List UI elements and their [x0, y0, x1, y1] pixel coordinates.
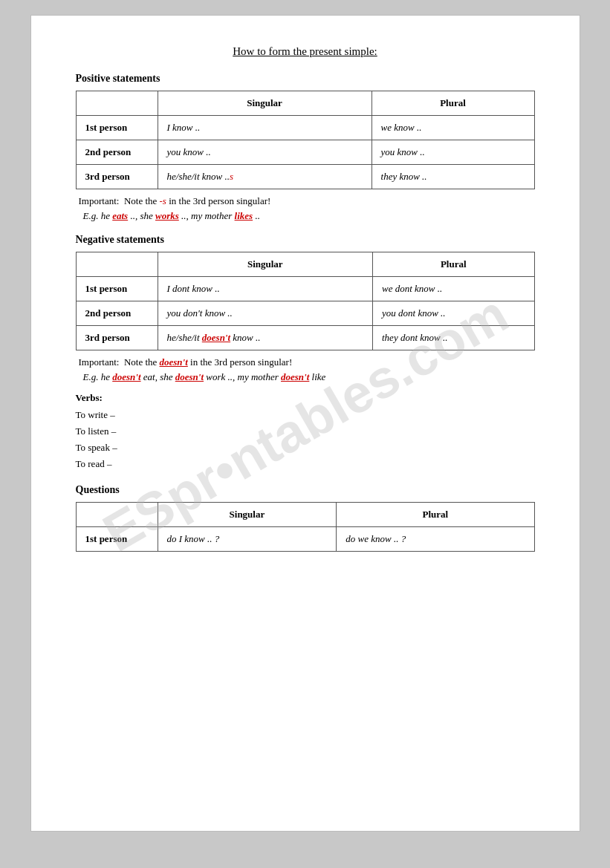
negative-section-title: Negative statements [76, 234, 535, 246]
doesnt-red: doesn't [202, 332, 230, 343]
positive-section-title: Positive statements [76, 73, 535, 85]
verb-item: To speak – [76, 440, 535, 456]
neg-sing-3: he/she/it doesn't know .. [158, 326, 373, 350]
verb-item: To write – [76, 407, 535, 423]
doesnt-note-red: doesn't [160, 356, 188, 368]
q-plur-1: do we know .. ? [337, 527, 534, 552]
pos-col-header-2: Plural [371, 91, 534, 116]
pos-sing-3: he/she/it know ..s [158, 165, 371, 189]
table-row: 2nd person you know .. you know .. [76, 140, 534, 165]
note-s: -s [160, 195, 166, 206]
q-sing-1: do I know .. ? [158, 527, 337, 552]
verbs-title: Verbs: [76, 392, 535, 404]
table-row: 2nd person you don't know .. you dont kn… [76, 301, 534, 326]
pos-person-2: 2nd person [76, 140, 158, 165]
verbs-list: To write – To listen – To speak – To rea… [76, 407, 535, 472]
table-row: 3rd person he/she/it know ..s they know … [76, 165, 534, 189]
table-row: 1st person do I know .. ? do we know .. … [76, 527, 534, 552]
q-col-header-2: Plural [337, 503, 534, 527]
pos-col-header-0 [76, 91, 158, 116]
neg-sing-2: you don't know .. [158, 301, 373, 326]
q-col-header-0 [76, 503, 158, 527]
pos-plur-2: you know .. [371, 140, 534, 165]
neg-person-1: 1st person [76, 277, 158, 301]
neg-col-header-1: Singular [158, 252, 373, 277]
q-col-header-1: Singular [158, 503, 337, 527]
doesnt-work-red: doesn't [175, 371, 204, 382]
doesnt-like-red: doesn't [281, 371, 309, 382]
neg-col-header-2: Plural [373, 252, 535, 277]
page: ESpr•ntables.com How to form the present… [30, 15, 580, 832]
works-red: works [155, 210, 179, 221]
pos-person-1: 1st person [76, 116, 158, 140]
table-row: 1st person I know .. we know .. [76, 116, 534, 140]
pos-sing-1: I know .. [158, 116, 371, 140]
positive-note: Important: Note the -s in the 3rd person… [79, 195, 535, 207]
negative-example: E.g. he doesn't eat, she doesn't work ..… [83, 371, 535, 383]
likes-red: likes [235, 210, 253, 221]
pos-sing-2: you know .. [158, 140, 371, 165]
pos-person-3: 3rd person [76, 165, 158, 189]
questions-section-title: Questions [76, 484, 535, 496]
negative-note: Important: Note the doesn't in the 3rd p… [79, 356, 535, 368]
table-row: 1st person I dont know .. we dont know .… [76, 277, 534, 301]
positive-table: Singular Plural 1st person I know .. we … [76, 91, 535, 189]
questions-table: Singular Plural 1st person do I know .. … [76, 502, 535, 552]
neg-person-2: 2nd person [76, 301, 158, 326]
verb-item: To listen – [76, 423, 535, 440]
neg-person-3: 3rd person [76, 326, 158, 350]
page-title: How to form the present simple: [76, 45, 535, 58]
eats-red: eats [112, 210, 128, 221]
q-person-1: 1st person [76, 527, 158, 552]
neg-plur-2: you dont know .. [373, 301, 535, 326]
neg-sing-1: I dont know .. [158, 277, 373, 301]
verb-item: To read – [76, 456, 535, 472]
neg-col-header-0 [76, 252, 158, 277]
negative-table: Singular Plural 1st person I dont know .… [76, 252, 535, 350]
pos-plur-3: they know .. [371, 165, 534, 189]
neg-plur-1: we dont know .. [373, 277, 535, 301]
verbs-section: Verbs: To write – To listen – To speak –… [76, 392, 535, 472]
neg-plur-3: they dont know .. [373, 326, 535, 350]
table-row: 3rd person he/she/it doesn't know .. the… [76, 326, 534, 350]
positive-example: E.g. he eats .., she works .., my mother… [83, 210, 535, 222]
doesnt-eat-red: doesn't [112, 371, 140, 382]
pos-plur-1: we know .. [371, 116, 534, 140]
pos-col-header-1: Singular [158, 91, 371, 116]
